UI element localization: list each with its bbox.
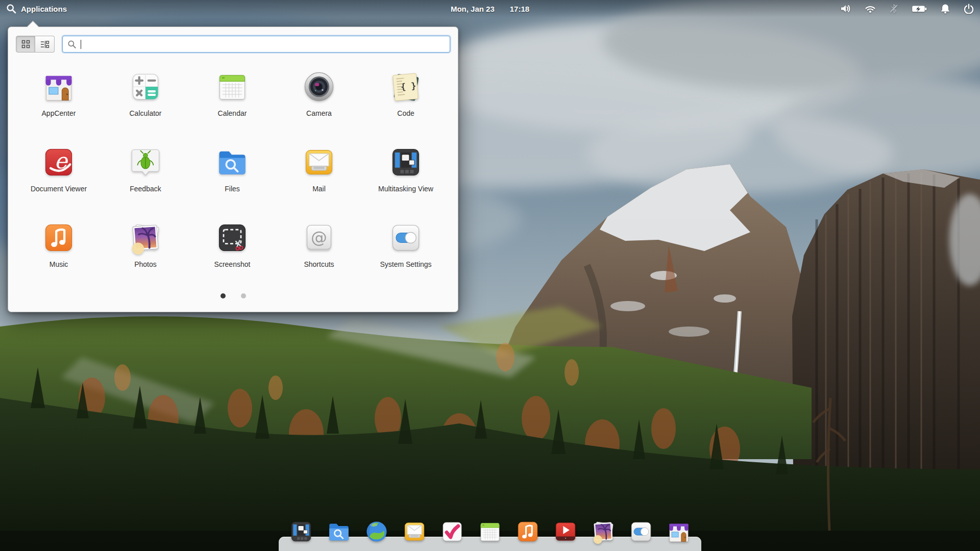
dock-app-icon: [402, 519, 427, 544]
app-label: Screenshot: [214, 260, 251, 268]
app-menu-button[interactable]: Applications: [6, 4, 67, 14]
dock-icons: [288, 519, 692, 544]
app-tile-code[interactable]: Code: [362, 69, 449, 145]
app-tile-settings[interactable]: System Settings: [362, 220, 449, 296]
app-icon: [41, 145, 76, 180]
app-label: Mail: [312, 185, 326, 193]
list-view-icon: [40, 40, 50, 48]
battery-charging-icon[interactable]: [912, 5, 927, 13]
app-menu-label: Applications: [21, 5, 67, 13]
app-label: Calculator: [129, 109, 161, 117]
view-toggle: [16, 36, 55, 53]
search-input[interactable]: [62, 36, 450, 53]
app-tile-shortcuts[interactable]: Shortcuts: [276, 220, 362, 296]
app-icon: [128, 220, 163, 255]
app-label: System Settings: [380, 260, 431, 268]
app-icon: [302, 69, 336, 104]
wifi-icon[interactable]: [865, 5, 876, 13]
panel-date: Mon, Jan 23: [451, 5, 495, 13]
dock-app-icon: [666, 519, 692, 544]
dock-item-files[interactable]: [326, 519, 352, 544]
dock-item-photos[interactable]: [591, 519, 616, 544]
app-icon: [128, 145, 163, 180]
app-tile-appcenter[interactable]: AppCenter: [15, 69, 102, 145]
dock-item-multitasking[interactable]: [288, 519, 314, 544]
dock-app-icon: [515, 519, 541, 544]
dock-app-icon: [364, 519, 389, 544]
dock-item-settings[interactable]: [628, 519, 654, 544]
app-tile-screenshot[interactable]: Screenshot: [189, 220, 276, 296]
datetime-indicator[interactable]: Mon, Jan 23 17:18: [451, 0, 529, 17]
app-grid: AppCenter Calculator Calendar Camera Cod…: [15, 69, 449, 296]
power-icon[interactable]: [964, 4, 974, 14]
page-dot-1[interactable]: [220, 293, 226, 298]
app-label: Photos: [134, 260, 157, 268]
dock-app-icon: [553, 519, 578, 544]
app-label: Feedback: [130, 185, 161, 193]
app-label: Camera: [306, 109, 332, 117]
grid-view-icon: [21, 40, 30, 48]
app-tile-photos[interactable]: Photos: [102, 220, 189, 296]
dock-app-icon: [591, 519, 616, 544]
app-tile-feedback[interactable]: Feedback: [102, 145, 189, 220]
app-icon: [215, 69, 250, 104]
app-icon: [41, 220, 76, 255]
app-label: Document Viewer: [31, 185, 87, 193]
grid-view-button[interactable]: [16, 36, 35, 53]
dock-app-icon: [288, 519, 314, 544]
dock-item-appcenter[interactable]: [666, 519, 692, 544]
page-dot-2[interactable]: [241, 293, 246, 298]
volume-icon[interactable]: [840, 4, 851, 13]
app-tile-calculator[interactable]: Calculator: [102, 69, 189, 145]
app-icon: [302, 145, 336, 180]
app-label: Music: [50, 260, 68, 268]
dock-item-music[interactable]: [515, 519, 541, 544]
app-icon: [215, 220, 250, 255]
text-caret: [81, 40, 81, 49]
applications-launcher: AppCenter Calculator Calendar Camera Cod…: [8, 27, 458, 312]
app-tile-music[interactable]: Music: [15, 220, 102, 296]
search-icon: [67, 40, 77, 49]
app-label: Files: [225, 185, 240, 193]
app-label: Shortcuts: [304, 260, 334, 268]
list-view-button[interactable]: [35, 36, 55, 53]
app-label: AppCenter: [42, 109, 76, 117]
app-tile-mail[interactable]: Mail: [276, 145, 362, 220]
app-tile-files[interactable]: Files: [189, 145, 276, 220]
app-tile-docviewer[interactable]: Document Viewer: [15, 145, 102, 220]
app-icon: [128, 69, 163, 104]
page-dots: [8, 293, 458, 298]
app-icon: [41, 69, 76, 104]
search-icon: [6, 4, 16, 14]
dock-item-videos[interactable]: [553, 519, 578, 544]
dock-item-mail[interactable]: [402, 519, 427, 544]
panel-time: 17:18: [510, 5, 529, 13]
notifications-icon[interactable]: [940, 4, 950, 14]
dock-app-icon: [326, 519, 352, 544]
app-label: Multitasking View: [378, 185, 433, 193]
dock-app-icon: [628, 519, 654, 544]
dock-app-icon: [477, 519, 503, 544]
app-label: Code: [397, 109, 414, 117]
app-icon: [302, 220, 336, 255]
app-icon: [388, 220, 423, 255]
indicator-area: [840, 4, 974, 14]
app-tile-calendar[interactable]: Calendar: [189, 69, 276, 145]
dock-item-calendar[interactable]: [477, 519, 503, 544]
app-icon: [388, 69, 423, 104]
dock-item-tasks[interactable]: [439, 519, 465, 544]
top-panel: Applications Mon, Jan 23 17:18: [0, 0, 980, 17]
dock-app-icon: [439, 519, 465, 544]
app-icon: [388, 145, 423, 180]
launcher-header: [16, 36, 450, 53]
app-tile-camera[interactable]: Camera: [276, 69, 362, 145]
app-tile-multitasking[interactable]: Multitasking View: [362, 145, 449, 220]
bluetooth-disabled-icon[interactable]: [889, 4, 898, 13]
app-icon: [215, 145, 250, 180]
app-label: Calendar: [218, 109, 247, 117]
dock-item-web[interactable]: [364, 519, 389, 544]
